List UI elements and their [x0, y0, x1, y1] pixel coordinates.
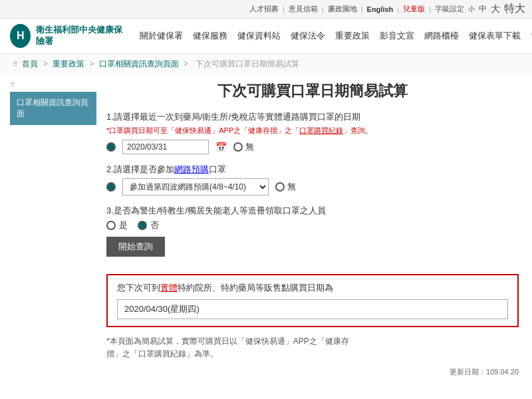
logo-icon: H [10, 24, 31, 48]
update-date: 更新日期：109.04.20 [106, 367, 519, 377]
integrity-link[interactable]: 廉政園地 [328, 4, 357, 14]
nav-forms[interactable]: 健保表單下載 [469, 30, 521, 42]
none-label-text2: 無 [287, 181, 296, 193]
none-radio-btn2[interactable] [275, 182, 285, 192]
section1-label: 1.請選擇最近一次到藥局/衛生所/免稅店等實體通路購買口罩的日期 [106, 111, 519, 123]
yes-radio[interactable] [106, 221, 116, 230]
feedback-link[interactable]: 意見信箱 [289, 4, 318, 14]
section3-label: 3.是否為警生/特教生/獨居失能老人等造冊領取口罩之人員 [106, 205, 519, 217]
fontsize-large-btn[interactable]: 大 [491, 3, 500, 15]
section2-radio-selected[interactable] [106, 182, 116, 192]
none-radio-btn[interactable] [233, 142, 243, 152]
drag-dots: ⠿ [13, 61, 17, 68]
section3: 3.是否為警生/特教生/獨居失能老人等造冊領取口罩之人員 是 否 開始查詢 [106, 205, 519, 265]
section2-label: 2.請選擇是否參加網路預購口罩 [106, 164, 519, 176]
no-option: 否 [138, 219, 159, 231]
query-button[interactable]: 開始查詢 [106, 237, 165, 257]
breadcrumb-level3: 下次可購買口罩日期簡易試算 [196, 59, 299, 68]
divider5: | [429, 5, 431, 13]
result-box: 您下次可到實體特約院所、特約藥局等販售點購買日期為 2020/04/30(星期四… [106, 274, 519, 327]
result-value: 2020/04/30(星期四) [117, 299, 508, 319]
section1-note-suffix: 查詢。 [350, 126, 372, 134]
section1: 1.請選擇最近一次到藥局/衛生所/免稅店等實體通路購買口罩的日期 *口罩購買日期… [106, 111, 519, 154]
main-nav: 關於健保署 健保服務 健保資料站 健保法令 重要政策 影音文宣 網路櫃檯 健保表… [140, 30, 532, 43]
sidebar: ⠿ 口罩相關資訊查詢頁面 [10, 81, 96, 397]
logo-text: 衛生福利部中央健康保險署 [36, 25, 126, 47]
no-radio[interactable] [138, 221, 147, 230]
nav-policy[interactable]: 重要政策 [335, 30, 370, 42]
breadcrumb-level2[interactable]: 口罩相關資訊查詢頁面 [99, 59, 179, 68]
sidebar-drag-dots: ⠿ [10, 81, 96, 88]
result-title-suffix: 特約院所、特約藥局等販售點購買日期為 [178, 283, 333, 293]
footer-note: *本頁面為簡易試算，實際可購買日以「健保快易通」APP之「健康存 摺」之「口罩購… [106, 335, 519, 360]
divider4: | [397, 5, 399, 13]
nav-media[interactable]: 影音文宣 [380, 30, 414, 42]
online-reservation-link[interactable]: 網路預購 [174, 164, 209, 174]
yn-row: 是 否 [106, 219, 519, 231]
fontsize-medium-btn[interactable]: 中 [479, 3, 487, 15]
footer-note-line2: 摺」之「口罩購買紀錄」為準。 [106, 349, 218, 358]
content-wrapper: ⠿ 口罩相關資訊查詢頁面 下次可購買口罩日期簡易試算 1.請選擇最近一次到藥局/… [0, 74, 532, 399]
nav-law[interactable]: 健保法令 [291, 30, 325, 42]
date-input[interactable] [122, 140, 209, 154]
fontsize-small-btn[interactable]: 小 [468, 5, 475, 14]
fontsize-xlarge-btn[interactable]: 特大 [504, 2, 525, 16]
page-title: 下次可購買口罩日期簡易試算 [106, 81, 519, 101]
nav-service[interactable]: 健保服務 [193, 30, 227, 42]
result-title-highlight: 實體 [160, 283, 178, 293]
divider2: | [322, 5, 324, 13]
none-radio-section2: 無 [275, 181, 296, 193]
divider3: | [361, 5, 363, 13]
section2-input-row: 參加過第四波網路預購(4/8~4/10) 無 [106, 178, 519, 196]
fontsize-label: 字級設定 [435, 4, 464, 14]
section1-note: *口罩購買日期可至「健保快易通」APP之「健康存摺」之「口罩購買紀錄」查詢。 [106, 126, 519, 136]
mask-record-link[interactable]: 口罩購買紀錄 [299, 126, 343, 134]
breadcrumb: ⠿ 首頁 > 重要政策 > 口罩相關資訊查詢頁面 > 下次可購買口罩日期簡易試算 [0, 55, 532, 74]
children-link[interactable]: 兒童版 [403, 4, 425, 14]
nav-data[interactable]: 健保資料站 [237, 30, 281, 42]
header: H 衛生福利部中央健康保險署 關於健保署 健保服務 健保資料站 健保法令 重要政… [0, 19, 532, 55]
nav-about[interactable]: 關於健保署 [140, 30, 183, 42]
sidebar-mask-query-btn[interactable]: 口罩相關資訊查詢頁面 [10, 92, 96, 125]
online-reservation-select[interactable]: 參加過第四波網路預購(4/8~4/10) [122, 178, 269, 196]
no-label: 否 [150, 219, 159, 231]
talent-link[interactable]: 人才招募 [249, 4, 279, 14]
yes-label: 是 [119, 219, 128, 231]
date-radio-selected[interactable] [106, 142, 116, 152]
result-title-prefix: 您下次可到 [117, 283, 160, 293]
footer-note-line1: *本頁面為簡易試算，實際可購買日以「健保快易通」APP之「健康存 [106, 336, 349, 346]
section2: 2.請選擇是否參加網路預購口罩 參加過第四波網路預購(4/8~4/10) 無 [106, 164, 519, 196]
yes-option: 是 [106, 219, 128, 231]
top-bar: 人才招募 | 意見信箱 | 廉政園地 | English | 兒童版 | 字級設… [0, 0, 532, 19]
calendar-icon[interactable]: 📅 [215, 142, 227, 152]
main-content: 下次可購買口罩日期簡易試算 1.請選擇最近一次到藥局/衛生所/免稅店等實體通路購… [106, 81, 522, 397]
breadcrumb-arrow2: > [89, 59, 96, 68]
nav-counter[interactable]: 網路櫃檯 [424, 30, 459, 42]
breadcrumb-level1[interactable]: 重要政策 [53, 59, 84, 68]
breadcrumb-arrow3: > [184, 59, 190, 68]
result-title: 您下次可到實體特約院所、特約藥局等販售點購買日期為 [117, 282, 508, 294]
logo-area: H 衛生福利部中央健康保險署 [10, 24, 126, 48]
english-link[interactable]: English [367, 5, 394, 13]
none-radio-section1: 無 [233, 141, 254, 153]
none-label-text: 無 [245, 141, 254, 153]
divider1: | [283, 5, 285, 13]
section1-input-row: 📅 無 [106, 140, 519, 154]
breadcrumb-home[interactable]: 首頁 [22, 59, 38, 68]
breadcrumb-arrow1: > [43, 59, 50, 68]
